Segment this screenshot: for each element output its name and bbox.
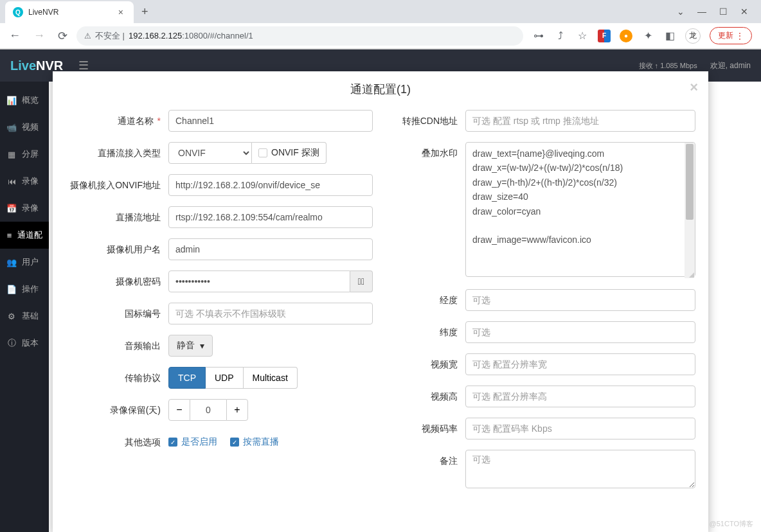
profile-badge[interactable]: 龙 [685,28,701,44]
onvif-url-label: 摄像机接入ONVIF地址 [66,174,168,196]
video-w-input[interactable] [465,353,695,375]
channel-name-input[interactable] [168,110,373,132]
extension-orange-icon[interactable]: ● [620,30,632,42]
remark-label: 备注 [388,450,465,472]
scrollbar-thumb[interactable] [686,144,694,220]
watermark-textarea[interactable]: draw_text={name}@liveqing.com draw_x=(w-… [465,142,695,277]
gb-id-input[interactable] [168,303,373,324]
welcome-text: 欢迎, admin [710,60,751,71]
password-label: 摄像机密码 [66,270,168,292]
lng-input[interactable] [465,289,695,311]
username-input[interactable] [168,238,373,260]
password-input[interactable] [168,270,350,292]
minimize-icon[interactable]: — [697,6,706,17]
key-icon[interactable]: ⊶ [532,30,545,42]
lat-input[interactable] [465,321,695,343]
tab-bar: Q LiveNVR × + ⌄ — ☐ ✕ [0,0,761,23]
channel-name-label: 通道名称 * [66,110,168,132]
new-tab-button[interactable]: + [134,5,156,19]
network-stats: 接收 ↑ 1.085 Mbps [639,61,697,71]
menu-toggle-icon[interactable]: ☰ [78,58,89,73]
decrement-button[interactable]: − [168,399,190,421]
protocol-label: 传输协议 [66,367,168,389]
toolbar-icons: ⊶ ⤴ ☆ F ● ✦ ◧ 龙 更新 ⋮ [528,27,756,44]
onvif-probe-toggle[interactable]: ONVIF 探测 [252,142,327,164]
onvif-url-input[interactable] [168,174,373,196]
record-keep-label: 录像保留(天) [66,399,168,421]
audio-out-label: 音频输出 [66,335,168,357]
window-controls: ⌄ — ☐ ✕ [669,6,756,17]
remark-textarea[interactable] [465,450,695,488]
bitrate-label: 视频码率 [388,418,465,439]
reload-button[interactable]: ⟳ [54,26,71,46]
modal-overlay: 通道配置(1) × 通道名称 * 直播流接入类型 [0,82,761,532]
audio-out-dropdown[interactable]: 静音 ▾ [168,335,213,357]
menu-dots-icon: ⋮ [736,31,744,40]
username-label: 摄像机用户名 [66,238,168,260]
insecure-label: 不安全 | [95,30,125,42]
cdn-input[interactable] [465,110,695,132]
eye-slash-icon: 👁̸ [358,276,364,287]
warning-icon: ⚠ [84,31,91,40]
bitrate-input[interactable] [465,418,695,439]
browser-toolbar: ← → ⟳ ⚠ 不安全 | 192.168.2.125:10800/#/chan… [0,23,761,49]
cdn-label: 转推CDN地址 [388,110,465,132]
stream-url-label: 直播流地址 [66,206,168,228]
close-window-icon[interactable]: ✕ [740,6,748,17]
video-h-input[interactable] [465,386,695,407]
share-icon[interactable]: ⤴ [554,30,567,42]
close-icon[interactable]: × [690,79,698,96]
bookmark-icon[interactable]: ☆ [576,30,589,42]
modal-title: 通道配置(1) [350,83,411,96]
extension-fb-icon[interactable]: F [598,30,611,42]
update-button[interactable]: 更新 ⋮ [710,27,752,44]
url-text: 192.168.2.125:10800/#/channel/1 [129,31,253,40]
app-body: 📊概览 📹视频 ▦分屏 ⏮录像 📅录像 ≡通道配 👥用户 📄操作 ⚙基础 ⓘ版本… [0,82,761,532]
gb-id-label: 国标编号 [66,303,168,324]
record-keep-stepper: − + [168,399,248,421]
lat-label: 纬度 [388,321,465,343]
increment-button[interactable]: + [226,399,248,421]
protocol-udp-button[interactable]: UDP [206,367,244,389]
protocol-tcp-button[interactable]: TCP [168,367,206,389]
form-left-column: 通道名称 * 直播流接入类型 ONVIF ONVIF 探测 [66,110,373,499]
favicon: Q [13,7,23,17]
page-watermark: @51CTO博客 [710,519,753,529]
resize-handle-icon[interactable] [688,271,694,278]
toggle-password-button[interactable]: 👁̸ [350,270,373,292]
lng-label: 经度 [388,289,465,311]
panel-icon[interactable]: ◧ [663,30,676,42]
video-w-label: 视频宽 [388,353,465,375]
modal-header: 通道配置(1) × [53,71,708,105]
maximize-icon[interactable]: ☐ [719,6,728,17]
tab-title: LiveNVR [28,8,116,17]
check-icon: ✓ [168,438,177,447]
other-options-label: 其他选项 [66,431,168,453]
ondemand-checkbox[interactable]: ✓ 按需直播 [230,436,279,448]
tab-close-icon[interactable]: × [116,7,126,17]
extensions-icon[interactable]: ✦ [641,30,654,42]
protocol-multicast-button[interactable]: Multicast [244,367,298,389]
header-right: 接收 ↑ 1.085 Mbps 欢迎, admin [639,60,751,71]
stream-type-label: 直播流接入类型 [66,142,168,164]
form-right-column: 转推CDN地址 叠加水印 draw_text={name}@liveqing.c… [388,110,695,499]
dropdown-icon[interactable]: ⌄ [677,6,685,17]
watermark-label: 叠加水印 [388,142,465,164]
back-button[interactable]: ← [5,26,24,45]
browser-chrome: Q LiveNVR × + ⌄ — ☐ ✕ ← → ⟳ ⚠ 不安全 | 192.… [0,0,761,49]
checkbox-icon [258,148,267,157]
forward-button[interactable]: → [30,26,49,45]
channel-config-modal: 通道配置(1) × 通道名称 * 直播流接入类型 [53,71,708,532]
enable-checkbox[interactable]: ✓ 是否启用 [168,436,217,448]
textarea-scrollbar[interactable] [685,143,695,278]
url-bar[interactable]: ⚠ 不安全 | 192.168.2.125:10800/#/channel/1 [76,26,523,46]
stream-url-input[interactable] [168,206,373,228]
stream-type-select[interactable]: ONVIF [168,142,252,164]
protocol-button-group: TCP UDP Multicast [168,367,298,389]
video-h-label: 视频高 [388,386,465,407]
check-icon: ✓ [230,438,239,447]
record-keep-input[interactable] [190,399,226,421]
browser-tab[interactable]: Q LiveNVR × [5,1,134,23]
caret-down-icon: ▾ [200,341,204,351]
modal-body: 通道名称 * 直播流接入类型 ONVIF ONVIF 探测 [53,105,708,511]
